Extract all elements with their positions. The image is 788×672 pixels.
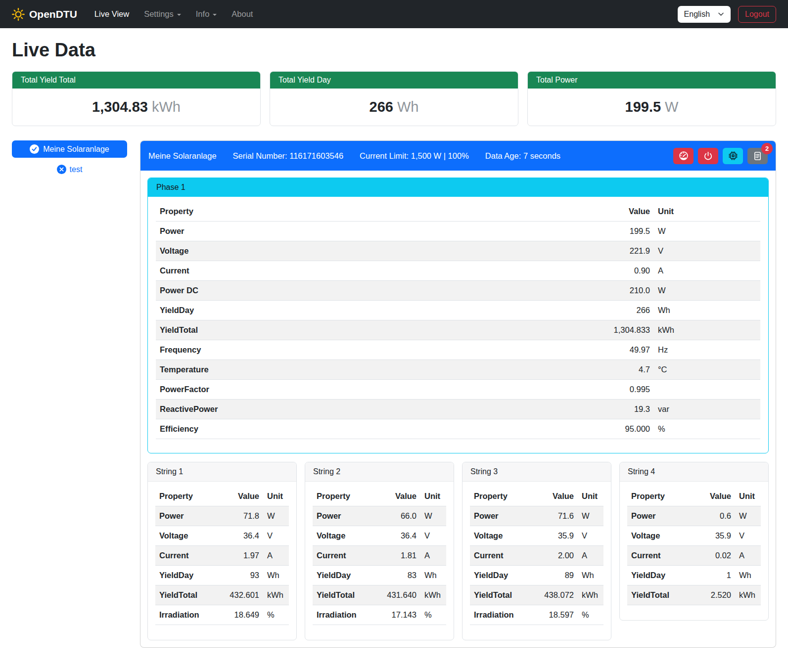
table-row: YieldDay 89 Wh bbox=[470, 566, 603, 585]
property-cell: Current bbox=[470, 546, 538, 566]
property-cell: Current bbox=[155, 546, 224, 566]
string-3-table: Property Value Unit bbox=[470, 487, 603, 625]
table-row: Voltage 35.9 V bbox=[627, 526, 761, 546]
string-1-table: Property Value Unit bbox=[155, 487, 289, 625]
unit-cell: V bbox=[263, 526, 289, 546]
unit-cell: V bbox=[654, 241, 760, 261]
col-unit: Unit bbox=[654, 202, 760, 222]
property-cell: Irradiation bbox=[313, 605, 381, 625]
table-row: Current 0.02 A bbox=[627, 546, 761, 566]
logout-button[interactable]: Logout bbox=[738, 6, 776, 23]
value-cell: 438.072 bbox=[538, 585, 578, 605]
value-cell: 1.81 bbox=[381, 546, 420, 566]
total-power-value: 199.5 bbox=[625, 99, 661, 115]
col-unit: Unit bbox=[578, 487, 603, 506]
col-value: Value bbox=[695, 487, 735, 506]
table-row: Power 66.0 W bbox=[313, 506, 446, 526]
unit-cell: % bbox=[420, 605, 446, 625]
inverter-limit: Current Limit: 1,500 W | 100% bbox=[360, 151, 469, 161]
chip-icon bbox=[728, 150, 739, 161]
x-circle-icon bbox=[57, 165, 66, 174]
value-cell: 36.4 bbox=[224, 526, 263, 546]
table-row: YieldDay 83 Wh bbox=[313, 566, 446, 585]
journal-icon bbox=[752, 151, 763, 161]
property-cell: Power bbox=[470, 506, 538, 526]
inverter-serial: Serial Number: 116171603546 bbox=[233, 151, 344, 161]
value-cell: 1.97 bbox=[224, 546, 263, 566]
property-cell: YieldTotal bbox=[156, 320, 608, 340]
table-header-row: Property Value Unit bbox=[627, 487, 761, 506]
unit-cell: kWh bbox=[578, 585, 603, 605]
value-cell: 18.649 bbox=[224, 605, 263, 625]
power-button[interactable] bbox=[698, 148, 718, 164]
nav-about[interactable]: About bbox=[224, 5, 260, 23]
unit-cell: % bbox=[263, 605, 289, 625]
table-row: Current 2.00 A bbox=[470, 546, 603, 566]
property-cell: Power bbox=[156, 222, 608, 241]
value-cell: 95.000 bbox=[608, 419, 654, 439]
table-row: Irradiation 18.649 % bbox=[155, 605, 289, 625]
property-cell: YieldDay bbox=[627, 566, 695, 585]
value-cell: 431.640 bbox=[381, 585, 420, 605]
top-navbar: OpenDTU Live View Settings Info About En… bbox=[0, 0, 788, 28]
col-property: Property bbox=[155, 487, 224, 506]
table-row: Power 71.6 W bbox=[470, 506, 603, 526]
value-cell: 0.90 bbox=[608, 261, 654, 281]
table-row: Irradiation 17.143 % bbox=[313, 605, 446, 625]
value-cell: 89 bbox=[538, 566, 578, 585]
property-cell: YieldTotal bbox=[470, 585, 538, 605]
table-row: Voltage 36.4 V bbox=[155, 526, 289, 546]
nav-live-view[interactable]: Live View bbox=[87, 5, 137, 23]
unit-cell: A bbox=[263, 546, 289, 566]
table-row: YieldDay 266 Wh bbox=[156, 301, 760, 320]
sidebar-item-selected-inverter[interactable]: Meine Solaranlage bbox=[12, 140, 127, 158]
table-row: PowerFactor 0.995 bbox=[156, 380, 760, 400]
unit-cell: var bbox=[654, 400, 760, 419]
card-header: Total Yield Day bbox=[270, 72, 518, 89]
brand[interactable]: OpenDTU bbox=[12, 8, 77, 21]
unit-cell: A bbox=[578, 546, 603, 566]
unit-cell: W bbox=[420, 506, 446, 526]
property-cell: ReactivePower bbox=[156, 400, 608, 419]
phase-card-title: Phase 1 bbox=[148, 178, 768, 197]
inverter-card: Meine Solaranlage Serial Number: 1161716… bbox=[140, 140, 776, 648]
property-cell: Efficiency bbox=[156, 419, 608, 439]
value-cell: 1 bbox=[695, 566, 735, 585]
property-cell: PowerFactor bbox=[156, 380, 608, 400]
unit-cell: A bbox=[420, 546, 446, 566]
unit-cell: A bbox=[735, 546, 761, 566]
device-info-button[interactable] bbox=[723, 148, 743, 164]
unit-cell: V bbox=[735, 526, 761, 546]
col-value: Value bbox=[224, 487, 263, 506]
table-row: ReactivePower 19.3 var bbox=[156, 400, 760, 419]
table-row: Power 0.6 W bbox=[627, 506, 761, 526]
col-property: Property bbox=[470, 487, 538, 506]
table-row: Power 199.5 W bbox=[156, 222, 760, 241]
string-2-table: Property Value Unit bbox=[313, 487, 446, 625]
table-row: Power 71.8 W bbox=[155, 506, 289, 526]
phase-table: Property Value Unit Power bbox=[156, 202, 760, 439]
value-cell: 210.0 bbox=[608, 281, 654, 301]
nav-info[interactable]: Info bbox=[188, 5, 225, 23]
property-cell: YieldDay bbox=[313, 566, 381, 585]
limit-settings-button[interactable] bbox=[673, 148, 694, 164]
event-log-button[interactable]: 2 bbox=[747, 148, 768, 164]
property-cell: YieldDay bbox=[155, 566, 224, 585]
nav-settings[interactable]: Settings bbox=[137, 5, 188, 23]
unit-cell: W bbox=[578, 506, 603, 526]
string-4-card: String 4 Property Value Unit bbox=[619, 462, 769, 621]
table-row: Temperature 4.7 °C bbox=[156, 360, 760, 380]
language-select[interactable]: English bbox=[678, 6, 731, 23]
gauge-icon bbox=[678, 150, 689, 161]
sidebar-item-test-inverter[interactable]: test bbox=[12, 165, 127, 174]
unit-cell: W bbox=[263, 506, 289, 526]
inverter-body: Phase 1 Property Value Unit bbox=[140, 171, 776, 647]
table-header-row: Property Value Unit bbox=[155, 487, 289, 506]
property-cell: Irradiation bbox=[470, 605, 538, 625]
brand-label: OpenDTU bbox=[29, 8, 77, 20]
property-cell: YieldTotal bbox=[627, 585, 695, 605]
property-cell: Temperature bbox=[156, 360, 608, 380]
unit-cell: % bbox=[578, 605, 603, 625]
string-1-card: String 1 Property Value Unit bbox=[147, 462, 297, 640]
value-cell: 432.601 bbox=[224, 585, 263, 605]
